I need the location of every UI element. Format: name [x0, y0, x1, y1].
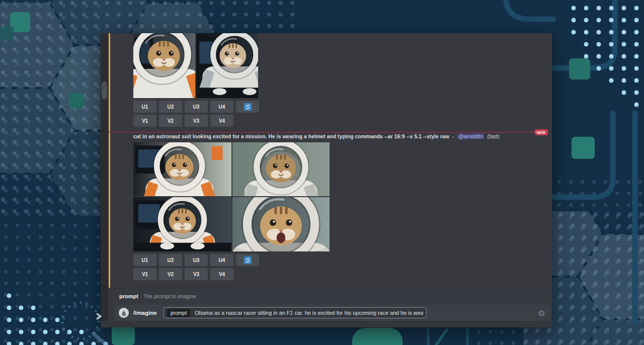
discord-chat-window: U1 U2 U3 U4 V1 V2 V3 V4 NEW cat in an as…	[101, 33, 552, 327]
generation-mode-label: (fast)	[488, 133, 500, 139]
upscale-button-row: U1 U2 U3 U4	[133, 254, 259, 266]
variation-v1-button[interactable]: V1	[133, 115, 156, 127]
upscale-u4-button[interactable]: U4	[210, 254, 233, 266]
option-description: The prompt to imagine	[143, 293, 196, 299]
generated-image-4[interactable]	[232, 197, 330, 251]
bg-line	[427, 328, 430, 345]
variation-v2-button[interactable]: V2	[159, 268, 182, 280]
variation-v1-button[interactable]: V1	[133, 268, 156, 280]
teal-square	[572, 137, 595, 159]
upscale-u2-button[interactable]: U2	[159, 101, 182, 113]
upscale-u3-button[interactable]: U3	[185, 101, 208, 113]
upscale-u1-button[interactable]: U1	[133, 254, 156, 266]
upscale-u1-button[interactable]: U1	[133, 101, 156, 113]
prompt-input-value: Obama as a nascar racer sitting in an F1…	[195, 310, 423, 316]
midjourney-image-grid-previous	[133, 33, 259, 98]
message-text: cat in an astronaut suit looking excited…	[133, 133, 546, 139]
window-bottom-strip	[101, 321, 552, 327]
variation-v4-button[interactable]: V4	[210, 268, 233, 280]
scrollbar-thumb[interactable]	[102, 81, 107, 100]
emoji-picker-icon[interactable]: ☺	[537, 309, 546, 317]
upscale-u3-button[interactable]: U3	[185, 254, 208, 266]
sidebar-edge	[101, 33, 108, 327]
refresh-icon	[244, 103, 252, 111]
teal-blob	[352, 328, 403, 345]
prompt-text: cat in an astronaut suit looking excited…	[133, 133, 449, 139]
teal-square	[569, 58, 590, 79]
prompt-option-label: prompt	[167, 309, 191, 317]
refresh-icon	[244, 256, 252, 264]
prompt-input[interactable]: prompt Obama as a nascar racer sitting i…	[164, 307, 427, 318]
separator: -	[452, 133, 454, 139]
reroll-button[interactable]	[236, 254, 259, 266]
reroll-button[interactable]	[236, 101, 259, 113]
variation-button-row: V1 V2 V3 V4	[133, 115, 233, 127]
upscale-u4-button[interactable]: U4	[210, 101, 233, 113]
generated-image[interactable]	[196, 33, 258, 98]
generated-image-3[interactable]	[133, 197, 231, 251]
midjourney-bot-avatar	[119, 308, 129, 318]
variation-v4-button[interactable]: V4	[210, 115, 233, 127]
sailboat-icon	[121, 310, 127, 316]
variation-v3-button[interactable]: V3	[185, 115, 208, 127]
generated-image-2[interactable]	[232, 142, 330, 196]
imagine-command: /imagine	[133, 310, 157, 316]
upscale-button-row: U1 U2 U3 U4	[133, 101, 259, 113]
variation-v3-button[interactable]: V3	[185, 268, 208, 280]
chat-input-bar[interactable]: /imagine prompt Obama as a nascar racer …	[115, 305, 551, 321]
variation-button-row: V1 V2 V3 V4	[133, 268, 233, 280]
variation-v2-button[interactable]: V2	[159, 115, 182, 127]
chevron-right-icon[interactable]	[96, 312, 103, 320]
teal-square	[69, 93, 84, 108]
unread-accent-bar	[109, 33, 110, 288]
upscale-u2-button[interactable]: U2	[159, 254, 182, 266]
new-messages-divider	[109, 132, 534, 133]
generated-image-1[interactable]	[133, 142, 231, 196]
slash-command-popup[interactable]: prompt The prompt to imagine	[115, 288, 551, 304]
teal-square	[0, 26, 14, 40]
option-name: prompt	[119, 293, 138, 299]
teal-square	[112, 326, 135, 345]
user-mention[interactable]: @arnoldtri	[457, 133, 485, 139]
midjourney-image-grid	[133, 142, 330, 251]
bg-line	[466, 328, 469, 345]
generated-image[interactable]	[133, 33, 195, 98]
